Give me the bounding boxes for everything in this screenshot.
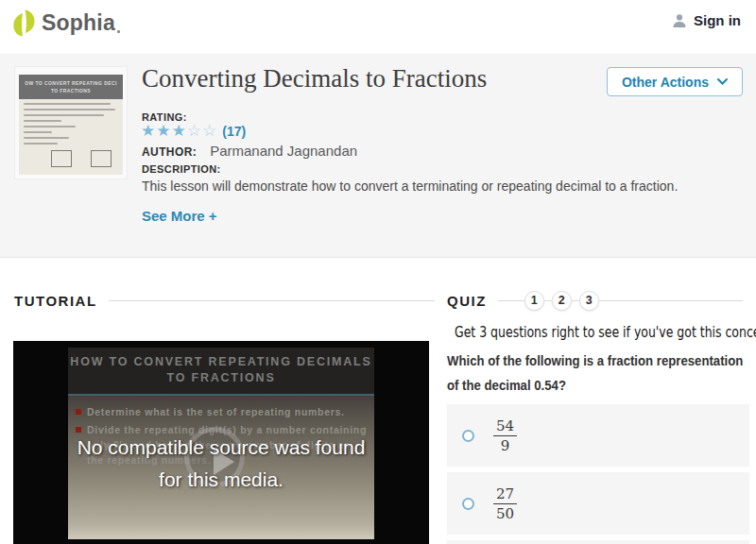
- author-label: AUTHOR:: [142, 145, 197, 159]
- radio-icon[interactable]: [462, 498, 474, 510]
- page: Sophia Sign in OW TO CONVERT REPEATING D…: [0, 0, 756, 544]
- page-title: Converting Decimals to Fractions: [142, 64, 487, 94]
- quiz-step-1: 1: [524, 291, 544, 311]
- quiz-step-3: 3: [579, 291, 599, 311]
- radio-icon[interactable]: [462, 430, 474, 442]
- slide-bullet: Determine what is the set of repeating n…: [76, 404, 367, 419]
- logo-trademark-dot: [117, 30, 120, 33]
- sign-in-button[interactable]: Sign in: [672, 12, 741, 28]
- star-filled-icon: ★: [156, 122, 170, 141]
- quiz-section-header: QUIZ 123: [447, 289, 743, 312]
- quiz-instruction: Get 3 questions right to see if you've g…: [455, 323, 756, 341]
- quiz-option-1[interactable]: 549: [447, 404, 749, 467]
- user-icon: [672, 13, 687, 28]
- fraction-numerator: 27: [493, 485, 517, 504]
- fraction-value: 549: [493, 417, 517, 454]
- logo-text: Sophia: [42, 10, 115, 36]
- other-actions-label: Other Actions: [622, 75, 709, 90]
- chevron-down-icon: [717, 78, 728, 85]
- quiz-question: Which of the following is a fraction rep…: [447, 348, 745, 398]
- sign-in-label: Sign in: [694, 12, 741, 28]
- author-name: Parmanand Jagnandan: [210, 143, 357, 159]
- bullet-text: Determine what is the set of repeating n…: [87, 404, 345, 419]
- quiz-label: QUIZ: [447, 293, 487, 309]
- star-rating: ★★★☆☆: [141, 122, 217, 141]
- quiz-options: 5492750: [447, 404, 749, 544]
- tutorial-divider-line: [109, 300, 435, 301]
- quiz-step-connector: [572, 300, 579, 301]
- slide-title-line2: TO FRACTIONS: [68, 370, 374, 386]
- thumbnail-slide-body: [19, 99, 123, 175]
- fraction-denominator: 50: [493, 504, 517, 522]
- bullet-square-icon: [76, 409, 81, 415]
- quiz-divider-lead: [498, 300, 524, 301]
- fraction-value: 2750: [493, 485, 517, 522]
- thumbnail-title-line1: OW TO CONVERT REPEATING DECI: [19, 79, 123, 87]
- slide-title: HOW TO CONVERT REPEATING DECIMALS TO FRA…: [68, 348, 374, 394]
- star-empty-icon: ☆: [202, 122, 216, 141]
- see-more-link[interactable]: See More +: [142, 208, 217, 224]
- other-actions-button[interactable]: Other Actions: [607, 67, 743, 96]
- quiz-option-3-partial[interactable]: [447, 540, 749, 544]
- star-filled-icon: ★: [172, 122, 186, 141]
- fraction-numerator: 54: [493, 417, 517, 436]
- quiz-step-connector: [544, 300, 552, 301]
- thumbnail-slide-title: OW TO CONVERT REPEATING DECI TO FRACTION…: [19, 75, 123, 99]
- tutorial-section-header: TUTORIAL: [14, 290, 435, 311]
- rating-count-link[interactable]: (17): [222, 124, 246, 139]
- star-filled-icon: ★: [141, 122, 155, 141]
- quiz-step-2: 2: [552, 291, 572, 311]
- quiz-divider-tail: [599, 300, 743, 301]
- fraction-denominator: 9: [493, 436, 517, 454]
- video-error-message: No compatible source was found for this …: [13, 432, 429, 496]
- sophia-logo[interactable]: Sophia: [13, 9, 120, 37]
- quiz-option-2[interactable]: 2750: [447, 472, 749, 535]
- video-error-line2: for this media.: [13, 464, 429, 496]
- tutorial-label: TUTORIAL: [14, 293, 97, 309]
- video-error-line1: No compatible source was found: [13, 432, 429, 464]
- rating-row: ★★★☆☆ (17): [141, 122, 246, 141]
- author-row: AUTHOR: Parmanand Jagnandan: [142, 143, 357, 159]
- sophia-logo-mark-icon: [13, 9, 35, 37]
- thumbnail-title-line2: TO FRACTIONS: [19, 87, 123, 94]
- star-empty-icon: ☆: [187, 122, 201, 141]
- lesson-thumbnail: OW TO CONVERT REPEATING DECI TO FRACTION…: [14, 66, 128, 179]
- slide-title-line1: HOW TO CONVERT REPEATING DECIMALS: [68, 354, 374, 370]
- description-text: This lesson will demonstrate how to conv…: [142, 177, 709, 196]
- lesson-header-section: OW TO CONVERT REPEATING DECI TO FRACTION…: [0, 54, 756, 258]
- description-label: DESCRIPTION:: [142, 163, 221, 175]
- quiz-steps: 123: [524, 291, 599, 311]
- top-bar: Sophia Sign in: [0, 0, 756, 54]
- video-player[interactable]: HOW TO CONVERT REPEATING DECIMALS TO FRA…: [13, 341, 429, 544]
